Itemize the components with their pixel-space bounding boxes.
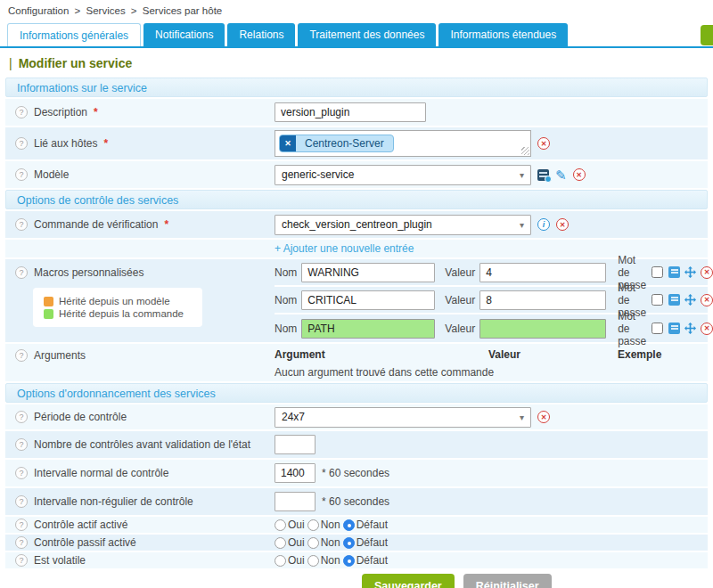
required-asterisk: * xyxy=(164,218,168,231)
host-chip-label: Centreon-Server xyxy=(296,137,393,150)
legend-swatch-template xyxy=(44,297,53,306)
help-icon[interactable]: ? xyxy=(15,106,28,118)
radio-defaut[interactable] xyxy=(343,519,355,531)
retry-interval-input[interactable] xyxy=(275,492,316,511)
help-icon[interactable]: ? xyxy=(15,438,28,451)
macro-name-input[interactable] xyxy=(301,263,435,282)
reset-button[interactable]: Réinitialiser xyxy=(463,574,552,588)
radio-non-label: Non xyxy=(321,554,340,567)
normal-interval-label: Intervalle normal de contrôle xyxy=(34,467,168,479)
radio-defaut[interactable] xyxy=(343,555,355,567)
maxcheck-input[interactable] xyxy=(275,435,316,454)
legend-command-label: Hérité depuis la commande xyxy=(59,308,184,319)
macro-value-input[interactable] xyxy=(479,263,606,282)
description-label: Description xyxy=(34,106,87,118)
help-icon[interactable]: ? xyxy=(15,168,28,181)
tab-notifications[interactable]: Notifications xyxy=(143,23,225,46)
macro-password-checkbox[interactable] xyxy=(652,294,663,306)
command-label: Commande de vérification xyxy=(34,218,158,231)
radio-oui[interactable] xyxy=(275,519,286,531)
help-icon[interactable]: ? xyxy=(15,536,28,549)
active-check-label: Contrôle actif activé xyxy=(34,519,127,531)
normal-interval-input[interactable] xyxy=(275,463,316,483)
move-icon[interactable] xyxy=(684,266,696,278)
help-icon[interactable]: ? xyxy=(15,137,28,150)
save-button[interactable]: Sauvegarder xyxy=(362,574,455,588)
tab-informations-etendues[interactable]: Informations étendues xyxy=(438,23,568,46)
view-template-icon[interactable] xyxy=(537,169,549,181)
macro-value-label: Valeur xyxy=(445,294,475,306)
radio-non[interactable] xyxy=(307,537,319,549)
radio-defaut-label: Défaut xyxy=(356,519,388,531)
radio-oui[interactable] xyxy=(275,537,286,549)
macro-name-input[interactable] xyxy=(301,319,435,339)
add-macro-link[interactable]: + Ajouter une nouvelle entrée xyxy=(275,242,414,255)
help-icon[interactable]: ? xyxy=(15,554,28,567)
period-select-value: 24x7 xyxy=(282,411,305,423)
delete-macro-icon[interactable]: ✕ xyxy=(701,266,713,279)
help-icon[interactable]: ? xyxy=(15,495,28,508)
chevron-down-icon: ▾ xyxy=(520,220,524,230)
move-icon[interactable] xyxy=(684,323,696,334)
clear-model-icon[interactable]: ✕ xyxy=(573,168,586,181)
section-header-informations-service: Informations sur le service xyxy=(5,78,708,97)
breadcrumb-services-par-hote[interactable]: Services par hôte xyxy=(143,5,223,16)
macro-name-label: Nom xyxy=(275,266,297,279)
hosts-multiselect[interactable]: ✕ Centreon-Server xyxy=(275,130,531,157)
required-asterisk: * xyxy=(103,137,108,150)
model-label: Modèle xyxy=(34,168,69,181)
delete-macro-icon[interactable]: ✕ xyxy=(701,323,713,335)
help-icon[interactable]: ? xyxy=(15,411,28,423)
tab-informations-generales[interactable]: Informations générales xyxy=(7,23,141,46)
macro-describe-icon[interactable] xyxy=(668,266,680,278)
section-header-options-controle: Options de contrôle des services xyxy=(5,190,708,209)
macro-row-path: Nom Valeur Mot de passe ✕ xyxy=(275,314,713,342)
delete-macro-icon[interactable]: ✕ xyxy=(701,294,713,306)
info-icon[interactable]: i xyxy=(537,218,550,231)
macro-name-input[interactable] xyxy=(301,290,435,310)
tab-relations[interactable]: Relations xyxy=(227,23,295,46)
radio-defaut[interactable] xyxy=(343,537,355,549)
macro-row-warning: Nom Valeur Mot de passe ✕ xyxy=(275,259,713,287)
description-input[interactable] xyxy=(275,102,426,122)
macro-describe-icon[interactable] xyxy=(668,323,680,334)
retry-interval-suffix: * 60 secondes xyxy=(322,495,389,508)
radio-oui[interactable] xyxy=(275,555,286,567)
row-controle-actif: ? Contrôle actif activé Oui Non Défaut xyxy=(5,517,708,533)
macros-legend: Hérité depuis un modèle Hérité depuis la… xyxy=(33,288,202,327)
period-select[interactable]: 24x7 ▾ xyxy=(275,407,531,428)
clear-hosts-icon[interactable]: ✕ xyxy=(537,137,550,150)
help-icon[interactable]: ? xyxy=(15,349,28,362)
active-check-radio-group: Oui Non Défaut xyxy=(275,519,390,531)
breadcrumb-configuration[interactable]: Configuration xyxy=(8,5,69,16)
arguments-empty-text: Aucun argument trouvé dans cette command… xyxy=(275,361,708,379)
macro-value-input[interactable] xyxy=(479,319,606,339)
command-select[interactable]: check_version_centreon_plugin ▾ xyxy=(275,215,531,235)
page-title-text: Modifier un service xyxy=(19,56,133,70)
move-icon[interactable] xyxy=(684,294,696,306)
model-select[interactable]: generic-service ▾ xyxy=(275,165,531,185)
macro-value-input[interactable] xyxy=(479,290,606,310)
macro-password-label: Mot de passe xyxy=(618,310,646,347)
radio-non[interactable] xyxy=(307,555,319,567)
arguments-table-header: Argument Valeur Exemple xyxy=(275,346,708,361)
resize-handle[interactable] xyxy=(521,147,529,155)
radio-oui-label: Oui xyxy=(288,536,305,549)
clear-command-icon[interactable]: ✕ xyxy=(556,218,569,231)
clear-period-icon[interactable]: ✕ xyxy=(537,411,550,423)
edit-icon[interactable]: ✎ xyxy=(555,168,567,182)
help-icon[interactable]: ? xyxy=(15,467,28,479)
help-icon[interactable]: ? xyxy=(15,266,28,279)
help-icon[interactable]: ? xyxy=(15,218,28,231)
help-icon[interactable]: ? xyxy=(15,519,28,531)
tab-traitement-des-donnees[interactable]: Traitement des données xyxy=(298,23,436,46)
macro-password-checkbox[interactable] xyxy=(652,323,663,334)
chip-remove-icon[interactable]: ✕ xyxy=(280,135,296,152)
breadcrumb-services[interactable]: Services xyxy=(86,5,126,16)
section-header-options-ordonnancement: Options d'ordonnancement des services xyxy=(5,383,708,403)
radio-non[interactable] xyxy=(307,519,319,531)
macro-password-checkbox[interactable] xyxy=(652,266,663,278)
macro-describe-icon[interactable] xyxy=(668,294,680,306)
help-button[interactable] xyxy=(701,25,713,45)
retry-interval-label: Intervalle non-régulier de contrôle xyxy=(34,495,193,508)
